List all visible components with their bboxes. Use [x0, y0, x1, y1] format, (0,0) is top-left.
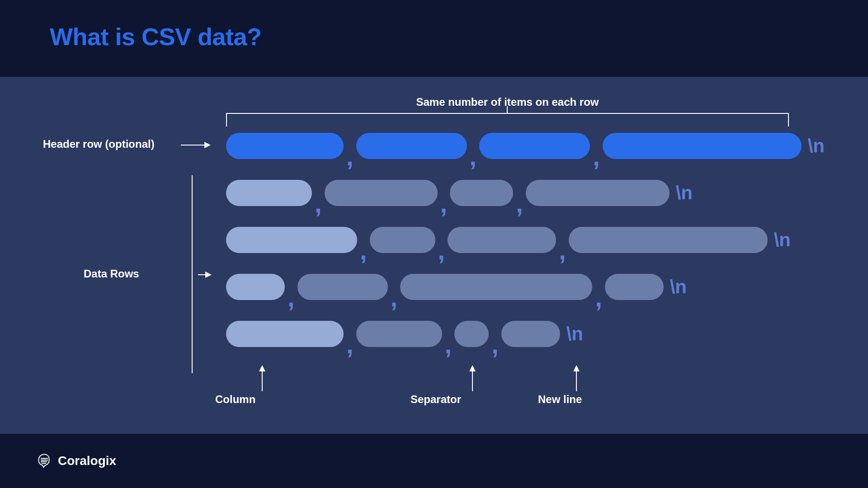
data-cell	[450, 180, 513, 206]
comma-separator: ,	[346, 144, 354, 169]
data-cell	[448, 227, 556, 253]
comma-separator: ,	[315, 191, 322, 216]
comma-separator: ,	[559, 238, 566, 263]
comma-separator: ,	[360, 238, 367, 263]
data-cell	[454, 321, 489, 347]
data-cell	[226, 180, 312, 206]
comma-separator: ,	[516, 191, 523, 216]
data-cell	[325, 180, 438, 206]
arrow-column	[262, 366, 263, 391]
data-cell	[226, 274, 285, 300]
comma-separator: ,	[491, 332, 499, 357]
comma-separator: ,	[346, 332, 354, 357]
header-cell	[226, 133, 344, 159]
data-cell	[226, 227, 357, 253]
data-rows-bracket	[192, 175, 193, 373]
newline-token: \n	[808, 135, 825, 157]
csv-data-row: , , , \n	[226, 321, 827, 347]
csv-header-row: , , , \n	[226, 133, 827, 159]
comma-separator: ,	[595, 285, 602, 310]
newline-token: \n	[670, 276, 687, 298]
comma-separator: ,	[593, 144, 600, 169]
data-cell	[297, 274, 388, 300]
slide-title: What is CSV data?	[50, 23, 818, 51]
data-cell	[569, 227, 768, 253]
header-cell	[603, 133, 802, 159]
header-cell	[479, 133, 590, 159]
separator-label: Separator	[410, 393, 461, 406]
data-cell	[226, 321, 344, 347]
comma-separator: ,	[288, 285, 295, 310]
header-cell	[356, 133, 467, 159]
comma-separator: ,	[445, 332, 452, 357]
top-bracket-stem	[507, 106, 508, 113]
newline-token: \n	[676, 182, 693, 204]
arrow-header-row	[181, 145, 210, 145]
diagram-content: Same number of items on each row Header …	[0, 77, 868, 434]
comma-separator: ,	[438, 238, 445, 263]
coralogix-logo-text: Coralogix	[58, 454, 116, 468]
slide-footer: Coralogix	[0, 434, 868, 488]
coralogix-logo: Coralogix	[36, 453, 116, 469]
comma-separator: ,	[470, 144, 477, 169]
csv-data-row: , , , \n	[226, 274, 827, 300]
coralogix-logo-icon	[36, 453, 52, 469]
newline-token: \n	[566, 323, 583, 345]
arrow-separator	[472, 366, 473, 391]
column-label: Column	[215, 393, 255, 406]
arrow-newline	[576, 366, 577, 391]
data-cell	[605, 274, 664, 300]
data-cell	[370, 227, 435, 253]
csv-data-row: , , , \n	[226, 227, 827, 253]
slide-header: What is CSV data?	[0, 0, 868, 77]
comma-separator: ,	[391, 285, 398, 310]
arrow-data-rows	[198, 274, 211, 275]
data-cell	[356, 321, 442, 347]
header-row-label: Header row (optional)	[43, 138, 155, 150]
newline-label: New line	[538, 393, 582, 406]
data-cell	[526, 180, 670, 206]
data-cell	[501, 321, 560, 347]
data-cell	[400, 274, 592, 300]
csv-data-row: , , , \n	[226, 180, 827, 206]
comma-separator: ,	[440, 191, 448, 216]
data-rows-label: Data Rows	[84, 267, 139, 280]
top-bracket	[226, 113, 789, 127]
newline-token: \n	[774, 229, 791, 251]
